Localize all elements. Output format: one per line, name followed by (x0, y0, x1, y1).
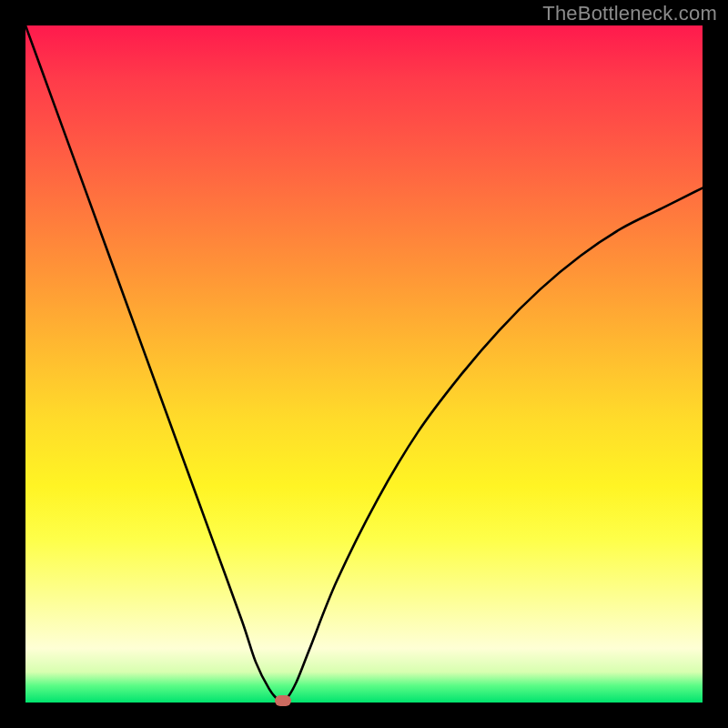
chart-frame: TheBottleneck.com (0, 0, 728, 728)
plot-area (25, 25, 703, 703)
bottleneck-curve (25, 25, 703, 703)
optimum-marker (275, 695, 291, 706)
watermark-text: TheBottleneck.com (542, 2, 717, 25)
